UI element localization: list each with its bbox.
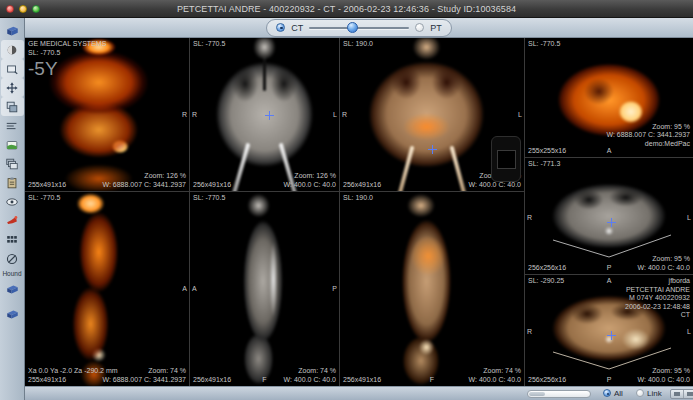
viewport-pet-axial[interactable]: SL: -770.5 255x255x16 A Zoom: 95 % W: 68… <box>525 38 693 158</box>
navigator-widget[interactable] <box>491 136 521 182</box>
fusion-slider-thumb[interactable] <box>347 22 358 33</box>
orientation-marker: P <box>607 264 612 273</box>
link-radio-label: Link <box>647 389 662 398</box>
fusion-slider-track[interactable] <box>309 27 409 29</box>
hound-label: Hound <box>2 270 21 277</box>
viewport-fused-coronal[interactable]: SL: 190.0 R L Oblique 256x491x16 Zoom: 1… <box>340 38 525 192</box>
annotation-text-icon[interactable] <box>1 116 24 135</box>
blue-book-2-icon[interactable] <box>1 304 24 323</box>
image-stack-icon[interactable] <box>1 154 24 173</box>
layout-segmented-control[interactable] <box>670 389 693 399</box>
title-bar[interactable]: PETCETTAI ANDRE - 400220932 - CT - 2006-… <box>0 0 693 18</box>
matrix-size: 255x491x16 <box>28 181 66 190</box>
zoom-readout: Zoom: 74 % <box>284 367 336 376</box>
zoom-readout: Zoom: 126 % <box>102 172 186 181</box>
contrast-sphere-icon[interactable] <box>1 40 24 59</box>
crosshair-marker[interactable] <box>428 145 437 154</box>
matrix-size: 256x491x16 <box>343 181 381 190</box>
blue-book-icon[interactable] <box>1 279 24 298</box>
orientation-marker: R <box>527 328 532 337</box>
viewport-grid: GE MEDICAL SYSTEMS SL: -770.5 -5Y R 255x… <box>25 38 693 386</box>
matrix-size: 256x256x16 <box>528 264 566 273</box>
window-level-readout: W: 400.0 C: 40.0 <box>638 376 690 385</box>
ct-sagittal-image[interactable] <box>190 192 339 386</box>
close-button[interactable] <box>6 5 14 13</box>
layout-option-icon[interactable] <box>671 390 684 398</box>
window-title: PETCETTAI ANDRE - 400220932 - CT - 2006-… <box>177 4 516 14</box>
slice-location: SL: -770.5 <box>193 194 225 203</box>
zoom-readout: Zoom: 95 % <box>638 255 690 264</box>
vendor-label: GE MEDICAL SYSTEMS <box>28 40 106 49</box>
crosshair-marker[interactable] <box>607 331 616 340</box>
slice-location: SL: -770.5 <box>28 194 60 203</box>
hide-eye-icon[interactable] <box>1 249 24 268</box>
eye-icon[interactable] <box>1 192 24 211</box>
orientation-marker: P <box>332 285 337 294</box>
slice-location: SL: -770.5 <box>193 40 225 49</box>
orientation-marker: L <box>687 214 691 223</box>
crosshair-marker[interactable] <box>607 218 616 227</box>
all-radio-label: All <box>614 389 623 398</box>
green-layer-icon[interactable] <box>1 135 24 154</box>
clipboard-icon[interactable] <box>1 173 24 192</box>
viewport-ct-coronal[interactable]: SL: -770.5 R L 256x491x16 Zoom: 126 % W:… <box>190 38 340 192</box>
link-radio[interactable] <box>636 389 644 397</box>
fusion-slider[interactable] <box>309 22 409 33</box>
pet-sagittal-image[interactable] <box>25 192 189 386</box>
slice-location: SL: -771.3 <box>528 160 560 169</box>
red-megaphone-icon[interactable] <box>1 211 24 230</box>
all-radio[interactable] <box>603 389 611 397</box>
bottom-control-bar: All Link <box>25 386 693 400</box>
window-level-readout: W: 400.0 C: 40.0 <box>469 376 521 385</box>
viewport-pet-coronal[interactable]: GE MEDICAL SYSTEMS SL: -770.5 -5Y R 255x… <box>25 38 190 192</box>
orientation-marker: A <box>182 285 187 294</box>
slice-location: SL: 190.0 <box>343 40 373 49</box>
viewport-pet-sagittal[interactable]: SL: -770.5 A Xa 0.0 Ya -2.0 Za -290.2 mm… <box>25 192 190 386</box>
zoom-readout: Zoom: 95 % <box>606 123 690 132</box>
orientation-marker: R <box>527 214 532 223</box>
matrix-size: 256x256x16 <box>528 376 566 385</box>
orientation-marker: L <box>518 111 522 120</box>
matrix-size: 256x491x16 <box>193 376 231 385</box>
slice-location: SL: -290.25 <box>528 277 564 286</box>
pt-radio[interactable] <box>415 23 424 32</box>
viewport-fused-sagittal[interactable]: SL: 190.0 F 256x491x16 Zoom: 74 % W: 400… <box>340 192 525 386</box>
fusion-control: CT PT <box>266 19 452 37</box>
series-scroller[interactable] <box>527 390 591 398</box>
zoom-button[interactable] <box>32 5 40 13</box>
acquisition-datetime: 2006-02-23 12:48:48 <box>625 303 690 312</box>
crosshair-marker[interactable] <box>265 111 274 120</box>
orientation-marker: A <box>607 277 612 286</box>
source-node-label: demo:MedPac <box>606 140 690 149</box>
grid-icon[interactable] <box>1 230 24 249</box>
layout-option-2-icon[interactable] <box>684 390 693 398</box>
slice-location: SL: -770.5 <box>28 49 106 58</box>
patient-name: PETCETTAI ANDRE <box>625 286 690 295</box>
fusion-toolbar: CT PT <box>25 18 693 38</box>
app-window: PETCETTAI ANDRE - 400220932 - CT - 2006-… <box>0 0 693 400</box>
orientation-marker: L <box>333 111 337 120</box>
orientation-marker: A <box>192 285 197 294</box>
viewport-fused-axial[interactable]: SL: -290.25 jfborda PETCETTAI ANDRE M 07… <box>525 275 693 386</box>
database-icon[interactable] <box>1 21 24 40</box>
orientation-marker: L <box>687 328 691 337</box>
orientation-marker: F <box>430 376 434 385</box>
pan-icon[interactable] <box>1 78 24 97</box>
matrix-size: 256x491x16 <box>193 181 231 190</box>
window-level-icon[interactable] <box>1 59 24 78</box>
ct-radio[interactable] <box>276 23 285 32</box>
patient-demographics: M 074Y 400220932 <box>625 294 690 303</box>
orientation-marker: R <box>192 111 197 120</box>
orientation-marker: P <box>607 376 612 385</box>
fused-sagittal-image[interactable] <box>340 192 524 386</box>
matrix-size: 255x255x16 <box>528 147 566 156</box>
window-level-readout: W: 400.0 C: 40.0 <box>638 264 690 273</box>
series-scroller-thumb[interactable] <box>529 392 545 396</box>
viewport-ct-sagittal[interactable]: SL: -770.5 A P F 256x491x16 Zoom: 74 % W… <box>190 192 340 386</box>
viewport-ct-axial[interactable]: SL: -771.3 R L P 256x256x16 Zoom: 95 % W… <box>525 158 693 275</box>
pt-radio-label: PT <box>430 23 442 33</box>
patient-info-block: jfborda PETCETTAI ANDRE M 074Y 400220932… <box>625 277 690 320</box>
zoom-readout: Zoom: 74 % <box>469 367 521 376</box>
layers-icon[interactable] <box>1 97 24 116</box>
minimize-button[interactable] <box>19 5 27 13</box>
